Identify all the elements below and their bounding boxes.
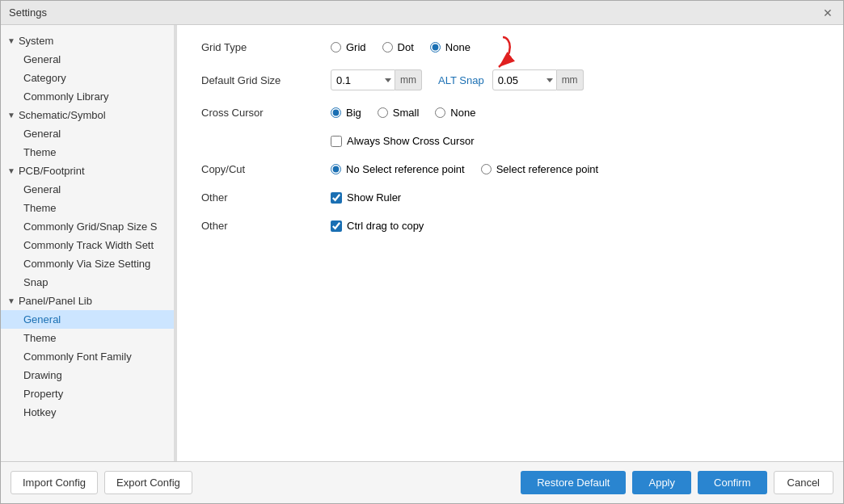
sidebar-group-panel-label: Panel/Panel Lib (19, 295, 92, 307)
sidebar: ▼ System General Category Commonly Libra… (1, 25, 175, 461)
alt-snap-select[interactable]: 0.05 0.1 0.25 (492, 69, 557, 90)
settings-window: Settings ✕ ▼ System General Category Com… (0, 0, 844, 504)
sidebar-item-pcb-theme[interactable]: Theme (1, 199, 174, 217)
cross-cursor-none-option[interactable]: None (435, 107, 475, 119)
footer: Import Config Export Config Restore Defa… (1, 461, 843, 503)
grid-type-dot-radio[interactable] (382, 42, 393, 52)
title-bar: Settings ✕ (1, 1, 843, 25)
sidebar-item-schematic-general[interactable]: General (1, 124, 174, 143)
cross-cursor-small-radio[interactable] (378, 107, 388, 118)
cross-cursor-big-radio[interactable] (331, 107, 341, 118)
sidebar-item-commonly-font-family[interactable]: Commonly Font Family (1, 347, 174, 366)
ctrl-drag-checkbox-label[interactable]: Ctrl drag to copy (331, 220, 424, 232)
cross-cursor-small-label: Small (393, 107, 420, 119)
cross-cursor-big-label: Big (346, 107, 361, 119)
sidebar-group-pcb[interactable]: ▼ PCB/Footprint (1, 162, 174, 180)
show-ruler-text: Show Ruler (347, 191, 401, 204)
always-show-cross-cursor-checkbox-label[interactable]: Always Show Cross Cursor (331, 135, 475, 147)
other-label-2: Other (201, 220, 331, 232)
ctrl-drag-checkbox[interactable] (331, 220, 342, 232)
restore-default-button[interactable]: Restore Default (521, 471, 626, 494)
no-select-ref-option[interactable]: No Select reference point (331, 163, 465, 175)
sidebar-item-commonly-via-size[interactable]: Commonly Via Size Setting (1, 254, 174, 273)
arrow-schematic: ▼ (7, 111, 15, 120)
sidebar-group-schematic-label: Schematic/Symbol (19, 109, 106, 121)
select-ref-option[interactable]: Select reference point (481, 163, 598, 175)
grid-size-select[interactable]: 0.1 0.5 1.0 (331, 69, 395, 90)
grid-type-label: Grid Type (201, 41, 331, 53)
grid-type-controls: Grid Dot None (331, 41, 471, 53)
sidebar-item-panel-theme[interactable]: Theme (1, 329, 174, 347)
grid-type-grid-radio[interactable] (331, 42, 341, 52)
select-ref-radio[interactable] (481, 164, 492, 174)
alt-snap-input-group: 0.05 0.1 0.25 mm (492, 69, 584, 90)
sidebar-item-panel-general[interactable]: General (1, 310, 174, 329)
ctrl-drag-text: Ctrl drag to copy (347, 220, 424, 232)
always-show-cross-cursor-row: Always Show Cross Cursor (201, 135, 819, 147)
cross-cursor-label: Cross Cursor (201, 107, 331, 119)
ctrl-drag-controls: Ctrl drag to copy (331, 220, 424, 232)
grid-type-none-label: None (445, 41, 471, 53)
grid-size-unit: mm (395, 69, 422, 90)
show-ruler-checkbox[interactable] (331, 192, 342, 204)
default-grid-size-row: Default Grid Size 0.1 0.5 1.0 mm ALT Sna… (201, 69, 819, 90)
sidebar-group-system[interactable]: ▼ System (1, 32, 174, 50)
copy-cut-controls: No Select reference point Select referen… (331, 163, 598, 175)
sidebar-item-snap[interactable]: Snap (1, 273, 174, 292)
cross-cursor-row: Cross Cursor Big Small None (201, 107, 819, 119)
alt-snap-group: ALT Snap 0.05 0.1 0.25 mm (438, 69, 584, 90)
sidebar-item-commonly-grid-snap[interactable]: Commonly Grid/Snap Size S (1, 217, 174, 236)
sidebar-item-property[interactable]: Property (1, 384, 174, 403)
show-ruler-controls: Show Ruler (331, 191, 401, 204)
footer-left: Import Config Export Config (11, 471, 192, 494)
default-grid-size-label: Default Grid Size (201, 74, 331, 86)
sidebar-item-commonly-track-width[interactable]: Commonly Track Width Sett (1, 236, 174, 254)
grid-type-row: Grid Type Grid Dot None (201, 41, 819, 53)
other-label-1: Other (201, 191, 331, 204)
copy-cut-row: Copy/Cut No Select reference point Selec… (201, 163, 819, 175)
sidebar-group-system-label: System (19, 35, 53, 47)
sidebar-group-schematic[interactable]: ▼ Schematic/Symbol (1, 106, 174, 124)
sidebar-item-commonly-library[interactable]: Commonly Library (1, 87, 174, 106)
close-button[interactable]: ✕ (821, 6, 835, 20)
import-config-button[interactable]: Import Config (11, 471, 98, 494)
apply-button[interactable]: Apply (632, 471, 691, 494)
sidebar-group-pcb-label: PCB/Footprint (19, 165, 85, 177)
sidebar-item-drawing[interactable]: Drawing (1, 366, 174, 384)
grid-type-none-option[interactable]: None (430, 41, 471, 53)
always-show-cross-cursor-text: Always Show Cross Cursor (347, 135, 475, 147)
cancel-button[interactable]: Cancel (774, 471, 833, 494)
no-select-ref-radio[interactable] (331, 164, 341, 174)
footer-right: Restore Default Apply Confirm Cancel (521, 471, 833, 494)
arrow-system: ▼ (7, 36, 15, 45)
sidebar-item-system-category[interactable]: Category (1, 69, 174, 87)
grid-type-dot-label: Dot (398, 41, 414, 53)
show-ruler-checkbox-label[interactable]: Show Ruler (331, 191, 401, 204)
content-area: ▼ System General Category Commonly Libra… (1, 25, 843, 461)
grid-type-grid-label: Grid (346, 41, 366, 53)
alt-snap-unit: mm (557, 69, 584, 90)
cross-cursor-small-option[interactable]: Small (378, 107, 420, 119)
window-title: Settings (9, 6, 47, 19)
arrow-panel: ▼ (7, 296, 15, 305)
sidebar-item-schematic-theme[interactable]: Theme (1, 143, 174, 162)
grid-type-dot-option[interactable]: Dot (382, 41, 414, 53)
sidebar-item-system-general[interactable]: General (1, 50, 174, 69)
always-show-cross-cursor-checkbox[interactable] (331, 136, 342, 147)
ctrl-drag-row: Other Ctrl drag to copy (201, 220, 819, 232)
grid-type-grid-option[interactable]: Grid (331, 41, 366, 53)
cross-cursor-none-label: None (450, 107, 475, 119)
grid-size-input-group: 0.1 0.5 1.0 mm (331, 69, 422, 90)
no-select-ref-label: No Select reference point (346, 163, 465, 175)
sidebar-group-panel[interactable]: ▼ Panel/Panel Lib (1, 292, 174, 310)
sidebar-item-pcb-general[interactable]: General (1, 180, 174, 199)
cross-cursor-big-option[interactable]: Big (331, 107, 361, 119)
confirm-button[interactable]: Confirm (698, 471, 767, 494)
copy-cut-label: Copy/Cut (201, 163, 331, 175)
sidebar-item-hotkey[interactable]: Hotkey (1, 403, 174, 422)
export-config-button[interactable]: Export Config (104, 471, 192, 494)
main-panel: Grid Type Grid Dot None (177, 25, 843, 461)
grid-type-none-radio[interactable] (430, 42, 441, 52)
always-show-controls: Always Show Cross Cursor (331, 135, 475, 147)
cross-cursor-none-radio[interactable] (435, 107, 445, 118)
